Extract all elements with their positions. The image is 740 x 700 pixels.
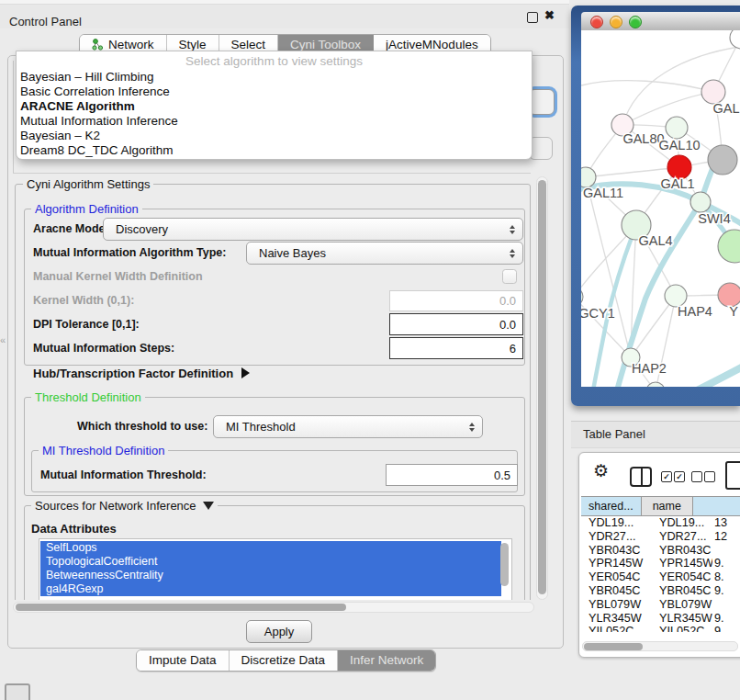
tab-select-label: Select [231,38,266,51]
dropdown-option[interactable]: Bayesian – K2 [20,129,525,143]
kernel-width-label: Kernel Width (0,1): [33,294,134,307]
table-export-icon[interactable] [725,461,740,490]
network-node[interactable] [708,145,737,175]
kernel-width-field[interactable]: 0.0 [389,290,523,311]
settings-horizontal-scrollbar-thumb[interactable] [16,604,346,611]
table-row[interactable]: YBR043CYBR043C [581,544,740,558]
network-graph: GALGAL80GAL10GAL1GAL11SWI4GAL4GCY1HAP4YH… [581,30,740,387]
sources-group-title[interactable]: Sources for Network Inference [31,499,218,513]
network-tab-icon [92,39,104,51]
table-cell: YBL079W [581,598,652,612]
network-node[interactable] [718,230,740,263]
network-node-gal10[interactable] [666,117,688,139]
node-label: Y [729,304,738,319]
network-window-titlebar[interactable] [581,12,740,31]
dropdown-option[interactable]: Basic Correlation Inference [20,85,525,99]
panel-edge-grip[interactable]: « [0,334,6,345]
mi-steps-field[interactable]: 6 [389,337,523,359]
table-cell: YER054C [652,570,712,584]
network-view-canvas[interactable]: GALGAL80GAL10GAL1GAL11SWI4GAL4GCY1HAP4YH… [581,30,740,387]
table-row[interactable]: YER054CYER054C8. [581,570,740,584]
network-node-swi4[interactable] [690,192,711,212]
list-scrollbar-thumb[interactable] [500,543,509,586]
column-header-clipped[interactable] [693,497,740,515]
minimize-traffic-light-icon[interactable] [610,16,622,28]
select-all-checkbox-icon[interactable]: ✓ [674,471,685,482]
columns-layout-icon[interactable] [630,467,652,487]
collapse-down-icon [203,502,214,510]
table-row[interactable]: YBL079WYBL079W [581,598,740,612]
hub-definition-label: Hub/Transcription Factor Definition [33,367,233,380]
table-row[interactable]: YDR27...YDR27...12 [581,530,740,544]
deselect-all-checkbox-icon[interactable] [691,471,702,482]
data-attributes-list[interactable]: SelfLoops TopologicalCoefficient Between… [39,538,512,600]
list-item-selected[interactable]: TopologicalCoefficient [40,555,501,569]
occluded-groupbox-bottom [13,173,531,174]
float-window-icon[interactable] [527,12,538,23]
aracne-mode-combobox[interactable]: Discovery [103,218,523,241]
tab-impute-data[interactable]: Impute Data [137,650,230,671]
algorithm-combobox-fragment[interactable] [529,89,555,115]
tab-cyni-toolbox-label: Cyni Toolbox [290,38,361,51]
node-label: GCY1 [581,306,615,321]
node-label: GAL10 [658,138,700,152]
table-row[interactable]: YDL19...YDL19...13 [581,516,740,530]
network-node[interactable] [730,30,740,49]
mi-type-label: Mutual Information Algorithm Type: [33,246,226,259]
manual-kernel-label: Manual Kernel Width Definition [33,270,203,283]
data-attributes-label: Data Attributes [31,522,117,536]
table-cell: 9. [712,584,740,598]
column-header-name[interactable]: name [642,497,693,515]
table-cell: YDR27... [652,530,712,544]
list-item-selected[interactable]: BetweennessCentrality [40,569,501,582]
zoom-traffic-light-icon[interactable] [629,16,642,28]
close-icon[interactable]: ✖ [544,8,555,22]
settings-scroll-viewport: Cyni Algorithm Settings Algorithm Defini… [12,175,535,600]
algorithm-definition-title: Algorithm Definition [31,202,142,216]
dropdown-option[interactable]: Mutual Information Inference [20,114,525,129]
threshold-definition-title: Threshold Definition [31,390,145,404]
algorithm-dropdown-popup: Select algorithm to view settings Bayesi… [16,51,533,160]
tab-network-label: Network [108,38,154,51]
table-row[interactable]: YPR145WYPR145W9. [581,557,740,570]
gear-icon[interactable]: ⚙ [593,462,609,480]
table-row[interactable]: YIL052CYIL052C9. [581,625,740,632]
apply-button[interactable]: Apply [246,620,312,643]
table-cell: 8. [712,570,740,584]
tab-infer-network-label: Infer Network [350,653,423,667]
mi-type-combobox[interactable]: Naive Bayes [246,242,523,265]
settings-vertical-scrollbar-thumb[interactable] [538,180,546,594]
table-cell: YER054C [581,570,652,584]
dropdown-option-highlighted[interactable]: ARACNE Algorithm [20,99,525,114]
bottom-tabs: Impute Data Discretize Data Infer Networ… [136,649,436,672]
table-cell: YBL079W [652,598,712,612]
list-item-selected[interactable]: gal4RGexp [40,582,501,596]
hub-definition-toggle[interactable]: Hub/Transcription Factor Definition [33,367,250,380]
manual-kernel-checkbox[interactable] [502,269,517,284]
mi-type-value: Naive Bayes [259,246,326,260]
network-node-gcy1[interactable] [581,288,583,306]
dropdown-option[interactable]: Bayesian – Hill Climbing [20,70,525,85]
table-cell: YDR27... [581,530,652,544]
which-threshold-combobox[interactable]: MI Threshold [213,415,483,438]
deselect-all-checkbox-icon[interactable] [704,471,715,482]
select-all-checkbox-icon[interactable]: ✓ [661,471,672,482]
dpi-tolerance-field[interactable]: 0.0 [389,313,523,335]
collapsed-panel-button[interactable] [5,683,30,700]
tab-infer-network[interactable]: Infer Network [338,650,435,671]
table-cell: YIL052C [652,625,712,632]
table-horizontal-scrollbar-thumb[interactable] [584,643,643,650]
tab-discretize-data[interactable]: Discretize Data [230,650,339,671]
column-header-shared-name[interactable]: shared... [581,497,642,515]
table-cell: YDL19... [652,516,712,530]
network-node-gal11[interactable] [581,167,596,187]
table-row[interactable]: YBR045CYBR045C9. [581,584,740,598]
mi-threshold-field[interactable]: 0.5 [386,464,518,486]
close-traffic-light-icon[interactable] [590,16,603,28]
dropdown-option[interactable]: Dream8 DC_TDC Algorithm [20,143,525,158]
tab-discretize-data-label: Discretize Data [241,653,326,667]
table-row[interactable]: YLR345WYLR345W9. [581,612,740,626]
node-label: HAP2 [632,361,667,376]
tab-impute-data-label: Impute Data [149,653,217,667]
list-item-selected[interactable]: SelfLoops [40,541,501,555]
